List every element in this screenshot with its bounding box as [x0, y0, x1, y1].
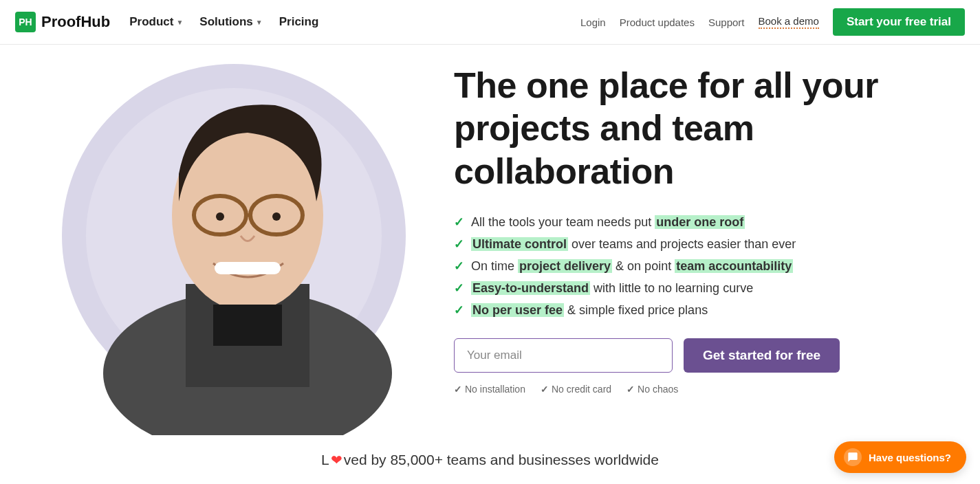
- logo[interactable]: PH ProofHub: [15, 12, 110, 32]
- chevron-down-icon: ▼: [176, 19, 183, 26]
- hero-section: The one place for all your projects and …: [0, 45, 980, 435]
- help-widget[interactable]: Have questions?: [834, 441, 966, 473]
- check-icon: ✓: [541, 384, 549, 395]
- help-widget-label: Have questions?: [869, 452, 951, 463]
- highlight-text: under one roof: [655, 215, 745, 229]
- check-icon: ✓: [454, 302, 464, 318]
- logo-badge: PH: [15, 12, 36, 32]
- svg-rect-9: [213, 305, 282, 346]
- subnote-item: ✓No installation: [454, 384, 525, 395]
- header-right: Login Product updates Support Book a dem…: [580, 8, 965, 36]
- feature-item: ✓ Easy-to-understand with little to no l…: [454, 280, 939, 296]
- feature-text: On time project delivery & on point team…: [471, 259, 793, 274]
- nav-product-label: Product: [129, 15, 173, 29]
- site-header: PH ProofHub Product ▼ Solutions ▼ Pricin…: [0, 0, 980, 45]
- feature-text: Easy-to-understand with little to no lea…: [471, 281, 753, 296]
- highlight-text: Easy-to-understand: [471, 281, 590, 295]
- login-link[interactable]: Login: [580, 16, 606, 28]
- header-left: PH ProofHub Product ▼ Solutions ▼ Pricin…: [15, 12, 318, 32]
- social-proof-section: L ❤ ved by 85,000+ teams and businesses …: [0, 435, 980, 476]
- check-icon: ✓: [454, 258, 464, 274]
- highlight-text: No per user fee: [471, 303, 564, 317]
- check-icon: ✓: [454, 214, 464, 230]
- highlight-text: project delivery: [518, 259, 612, 273]
- feature-item: ✓ On time project delivery & on point te…: [454, 258, 939, 274]
- social-proof-text: L ❤ ved by 85,000+ teams and businesses …: [321, 452, 659, 468]
- feature-item: ✓ No per user fee & simple fixed price p…: [454, 302, 939, 318]
- subnote-item: ✓No credit card: [541, 384, 611, 395]
- primary-nav: Product ▼ Solutions ▼ Pricing: [129, 15, 318, 29]
- feature-text: All the tools your team needs put under …: [471, 215, 745, 230]
- check-icon: ✓: [454, 384, 462, 395]
- svg-rect-8: [215, 262, 281, 274]
- subnote-item: ✓No chaos: [627, 384, 678, 395]
- highlight-text: Ultimate control: [471, 237, 568, 251]
- heart-icon: ❤: [331, 452, 342, 468]
- start-trial-button[interactable]: Start your free trial: [833, 8, 965, 36]
- feature-text: Ultimate control over teams and projects…: [471, 237, 796, 252]
- feature-item: ✓ All the tools your team needs put unde…: [454, 214, 939, 230]
- logo-text: ProofHub: [41, 13, 110, 31]
- svg-point-7: [272, 212, 281, 221]
- chevron-down-icon: ▼: [256, 19, 263, 26]
- book-demo-link[interactable]: Book a demo: [759, 15, 819, 29]
- check-icon: ✓: [627, 384, 635, 395]
- nav-solutions-label: Solutions: [199, 15, 252, 29]
- hero-image-area: [41, 64, 426, 435]
- product-updates-link[interactable]: Product updates: [620, 16, 695, 28]
- support-link[interactable]: Support: [708, 16, 745, 28]
- hero-person-graphic: [55, 64, 413, 435]
- chat-icon: [844, 448, 862, 466]
- hero-content: The one place for all your projects and …: [454, 64, 939, 435]
- get-started-button[interactable]: Get started for free: [684, 338, 840, 373]
- nav-pricing[interactable]: Pricing: [279, 15, 319, 29]
- person-illustration: [96, 78, 399, 435]
- svg-point-6: [216, 212, 224, 221]
- check-icon: ✓: [454, 280, 464, 296]
- nav-product[interactable]: Product ▼: [129, 15, 183, 29]
- signup-form: Get started for free: [454, 338, 939, 373]
- email-input[interactable]: [454, 338, 673, 373]
- nav-pricing-label: Pricing: [279, 15, 319, 29]
- nav-solutions[interactable]: Solutions ▼: [199, 15, 262, 29]
- feature-list: ✓ All the tools your team needs put unde…: [454, 214, 939, 318]
- hero-title: The one place for all your projects and …: [454, 64, 939, 192]
- signup-subnotes: ✓No installation ✓No credit card ✓No cha…: [454, 384, 939, 395]
- highlight-text: team accountability: [675, 259, 793, 273]
- feature-text: No per user fee & simple fixed price pla…: [471, 303, 708, 318]
- feature-item: ✓ Ultimate control over teams and projec…: [454, 236, 939, 252]
- check-icon: ✓: [454, 236, 464, 252]
